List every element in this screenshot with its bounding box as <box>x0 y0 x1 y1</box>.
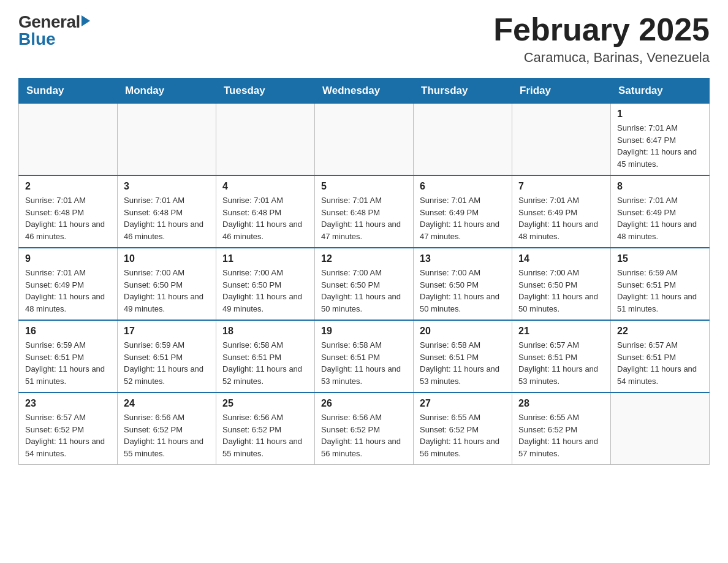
day-info: Sunrise: 6:57 AMSunset: 6:51 PMDaylight:… <box>518 339 604 387</box>
calendar-header-friday: Friday <box>512 79 611 104</box>
day-info: Sunrise: 7:00 AMSunset: 6:50 PMDaylight:… <box>420 267 506 315</box>
calendar-cell: 7Sunrise: 7:01 AMSunset: 6:49 PMDaylight… <box>512 175 611 248</box>
day-number: 18 <box>222 326 308 337</box>
day-number: 2 <box>25 181 111 192</box>
calendar-cell: 19Sunrise: 6:58 AMSunset: 6:51 PMDayligh… <box>315 320 414 393</box>
calendar-cell: 13Sunrise: 7:00 AMSunset: 6:50 PMDayligh… <box>414 248 512 320</box>
day-info: Sunrise: 7:01 AMSunset: 6:49 PMDaylight:… <box>420 194 506 242</box>
day-number: 12 <box>321 253 407 264</box>
calendar-cell: 6Sunrise: 7:01 AMSunset: 6:49 PMDaylight… <box>414 175 512 248</box>
calendar-header-monday: Monday <box>118 79 216 104</box>
day-number: 19 <box>321 326 407 337</box>
day-number: 13 <box>420 253 506 264</box>
calendar-cell: 14Sunrise: 7:00 AMSunset: 6:50 PMDayligh… <box>512 248 611 320</box>
calendar-cell: 24Sunrise: 6:56 AMSunset: 6:52 PMDayligh… <box>118 393 216 465</box>
day-number: 3 <box>124 181 210 192</box>
calendar-week-row: 1Sunrise: 7:01 AMSunset: 6:47 PMDaylight… <box>19 104 710 176</box>
calendar-week-row: 2Sunrise: 7:01 AMSunset: 6:48 PMDaylight… <box>19 175 710 248</box>
day-number: 24 <box>124 398 210 409</box>
day-info: Sunrise: 7:01 AMSunset: 6:48 PMDaylight:… <box>124 194 210 242</box>
calendar-week-row: 23Sunrise: 6:57 AMSunset: 6:52 PMDayligh… <box>19 393 710 465</box>
day-number: 9 <box>25 253 111 264</box>
page-header: General Blue February 2025 Caramuca, Bar… <box>18 12 710 66</box>
calendar-cell: 15Sunrise: 6:59 AMSunset: 6:51 PMDayligh… <box>611 248 710 320</box>
logo-arrow-icon <box>82 15 90 26</box>
title-block: February 2025 Caramuca, Barinas, Venezue… <box>493 12 710 66</box>
day-number: 11 <box>222 253 308 264</box>
day-number: 23 <box>25 398 111 409</box>
day-info: Sunrise: 6:59 AMSunset: 6:51 PMDaylight:… <box>617 267 703 315</box>
calendar-cell <box>512 104 611 176</box>
day-info: Sunrise: 7:01 AMSunset: 6:49 PMDaylight:… <box>518 194 604 242</box>
day-number: 27 <box>420 398 506 409</box>
day-info: Sunrise: 6:58 AMSunset: 6:51 PMDaylight:… <box>420 339 506 387</box>
calendar-header-saturday: Saturday <box>611 79 710 104</box>
day-info: Sunrise: 7:01 AMSunset: 6:47 PMDaylight:… <box>617 122 703 170</box>
day-info: Sunrise: 6:59 AMSunset: 6:51 PMDaylight:… <box>124 339 210 387</box>
day-number: 5 <box>321 181 407 192</box>
day-number: 4 <box>222 181 308 192</box>
day-info: Sunrise: 7:01 AMSunset: 6:49 PMDaylight:… <box>25 267 111 315</box>
calendar-week-row: 16Sunrise: 6:59 AMSunset: 6:51 PMDayligh… <box>19 320 710 393</box>
calendar-cell <box>19 104 118 176</box>
day-info: Sunrise: 6:57 AMSunset: 6:51 PMDaylight:… <box>617 339 703 387</box>
day-info: Sunrise: 6:55 AMSunset: 6:52 PMDaylight:… <box>518 412 604 459</box>
day-number: 15 <box>617 253 703 264</box>
day-number: 21 <box>518 326 604 337</box>
calendar-header-sunday: Sunday <box>19 79 118 104</box>
calendar-cell: 10Sunrise: 7:00 AMSunset: 6:50 PMDayligh… <box>118 248 216 320</box>
calendar-cell: 16Sunrise: 6:59 AMSunset: 6:51 PMDayligh… <box>19 320 118 393</box>
day-info: Sunrise: 6:56 AMSunset: 6:52 PMDaylight:… <box>124 412 210 459</box>
day-number: 14 <box>518 253 604 264</box>
calendar-header-wednesday: Wednesday <box>315 79 414 104</box>
calendar-cell: 5Sunrise: 7:01 AMSunset: 6:48 PMDaylight… <box>315 175 414 248</box>
day-number: 6 <box>420 181 506 192</box>
calendar-header-row: SundayMondayTuesdayWednesdayThursdayFrid… <box>19 79 710 104</box>
day-info: Sunrise: 7:01 AMSunset: 6:48 PMDaylight:… <box>25 194 111 242</box>
calendar-cell: 2Sunrise: 7:01 AMSunset: 6:48 PMDaylight… <box>19 175 118 248</box>
calendar-cell: 21Sunrise: 6:57 AMSunset: 6:51 PMDayligh… <box>512 320 611 393</box>
calendar-cell: 9Sunrise: 7:01 AMSunset: 6:49 PMDaylight… <box>19 248 118 320</box>
calendar-cell: 8Sunrise: 7:01 AMSunset: 6:49 PMDaylight… <box>611 175 710 248</box>
day-info: Sunrise: 6:56 AMSunset: 6:52 PMDaylight:… <box>222 412 308 459</box>
calendar-cell: 26Sunrise: 6:56 AMSunset: 6:52 PMDayligh… <box>315 393 414 465</box>
logo: General Blue <box>18 12 90 49</box>
calendar-cell: 17Sunrise: 6:59 AMSunset: 6:51 PMDayligh… <box>118 320 216 393</box>
day-number: 10 <box>124 253 210 264</box>
day-number: 25 <box>222 398 308 409</box>
day-info: Sunrise: 6:56 AMSunset: 6:52 PMDaylight:… <box>321 412 407 459</box>
month-title: February 2025 <box>493 12 710 47</box>
day-number: 7 <box>518 181 604 192</box>
day-info: Sunrise: 7:00 AMSunset: 6:50 PMDaylight:… <box>518 267 604 315</box>
calendar-cell: 12Sunrise: 7:00 AMSunset: 6:50 PMDayligh… <box>315 248 414 320</box>
day-info: Sunrise: 7:01 AMSunset: 6:49 PMDaylight:… <box>617 194 703 242</box>
calendar-cell: 22Sunrise: 6:57 AMSunset: 6:51 PMDayligh… <box>611 320 710 393</box>
calendar-cell: 11Sunrise: 7:00 AMSunset: 6:50 PMDayligh… <box>216 248 315 320</box>
calendar-cell: 3Sunrise: 7:01 AMSunset: 6:48 PMDaylight… <box>118 175 216 248</box>
calendar-cell <box>611 393 710 465</box>
calendar-cell <box>315 104 414 176</box>
day-number: 17 <box>124 326 210 337</box>
calendar-cell: 25Sunrise: 6:56 AMSunset: 6:52 PMDayligh… <box>216 393 315 465</box>
day-number: 8 <box>617 181 703 192</box>
calendar-week-row: 9Sunrise: 7:01 AMSunset: 6:49 PMDaylight… <box>19 248 710 320</box>
day-info: Sunrise: 6:55 AMSunset: 6:52 PMDaylight:… <box>420 412 506 459</box>
day-info: Sunrise: 7:01 AMSunset: 6:48 PMDaylight:… <box>321 194 407 242</box>
calendar-cell: 18Sunrise: 6:58 AMSunset: 6:51 PMDayligh… <box>216 320 315 393</box>
calendar-cell: 1Sunrise: 7:01 AMSunset: 6:47 PMDaylight… <box>611 104 710 176</box>
calendar-cell: 4Sunrise: 7:01 AMSunset: 6:48 PMDaylight… <box>216 175 315 248</box>
logo-blue: Blue <box>18 29 90 49</box>
day-number: 26 <box>321 398 407 409</box>
calendar-header-tuesday: Tuesday <box>216 79 315 104</box>
calendar-table: SundayMondayTuesdayWednesdayThursdayFrid… <box>18 78 710 465</box>
day-info: Sunrise: 7:00 AMSunset: 6:50 PMDaylight:… <box>321 267 407 315</box>
calendar-cell: 28Sunrise: 6:55 AMSunset: 6:52 PMDayligh… <box>512 393 611 465</box>
day-info: Sunrise: 6:58 AMSunset: 6:51 PMDaylight:… <box>321 339 407 387</box>
calendar-cell: 27Sunrise: 6:55 AMSunset: 6:52 PMDayligh… <box>414 393 512 465</box>
day-info: Sunrise: 6:59 AMSunset: 6:51 PMDaylight:… <box>25 339 111 387</box>
day-info: Sunrise: 6:57 AMSunset: 6:52 PMDaylight:… <box>25 412 111 459</box>
day-number: 20 <box>420 326 506 337</box>
day-info: Sunrise: 6:58 AMSunset: 6:51 PMDaylight:… <box>222 339 308 387</box>
day-number: 22 <box>617 326 703 337</box>
calendar-cell <box>414 104 512 176</box>
